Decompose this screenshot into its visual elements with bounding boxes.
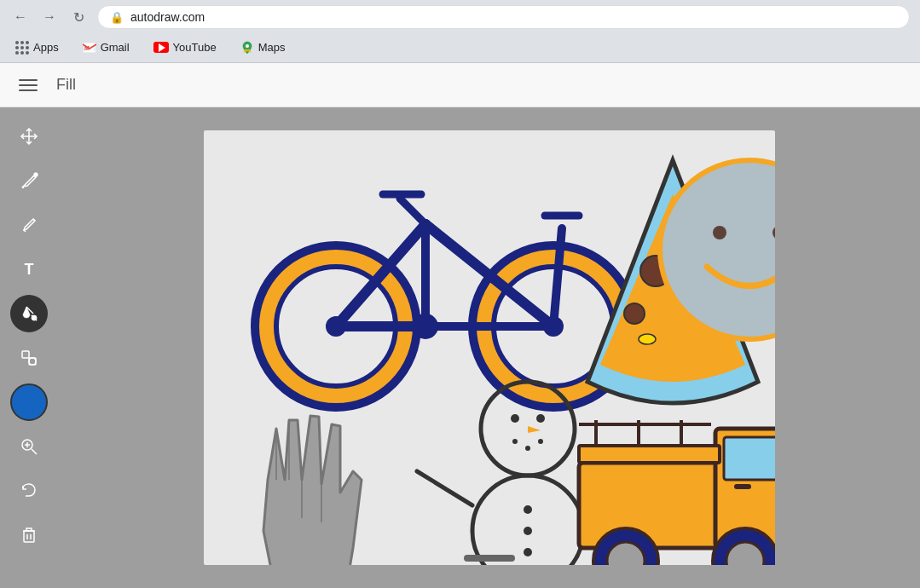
- trash-icon: [20, 526, 38, 545]
- youtube-play-icon: [159, 43, 165, 52]
- svg-point-42: [639, 334, 656, 344]
- toolbar-title: Fill: [56, 76, 76, 94]
- forward-button[interactable]: →: [39, 7, 60, 27]
- sidebar: T: [0, 107, 58, 588]
- maps-label: Maps: [258, 41, 286, 54]
- svg-point-60: [524, 548, 532, 556]
- address-bar[interactable]: 🔒 autodraw.com: [97, 5, 910, 29]
- browser-nav: ← → ↻ 🔒 autodraw.com: [0, 0, 920, 34]
- move-icon: [20, 127, 38, 146]
- svg-point-53: [511, 414, 519, 423]
- bookmark-apps[interactable]: Apps: [10, 39, 64, 56]
- svg-point-7: [34, 173, 38, 176]
- svg-point-54: [536, 414, 545, 423]
- shapes-icon: [20, 349, 38, 367]
- pencil-icon: [20, 216, 38, 234]
- undo-icon: [20, 481, 38, 500]
- truck-illustration: [579, 420, 775, 565]
- move-tool-button[interactable]: [10, 118, 48, 155]
- delete-tool-button[interactable]: [10, 516, 48, 554]
- svg-text:M: M: [84, 45, 90, 51]
- youtube-label: YouTube: [173, 41, 217, 54]
- undo-tool-button[interactable]: [10, 472, 48, 510]
- svg-point-2: [246, 44, 249, 48]
- svg-point-12: [29, 358, 36, 365]
- address-text: autodraw.com: [130, 10, 205, 24]
- svg-rect-75: [734, 484, 751, 489]
- svg-line-8: [33, 219, 35, 221]
- canvas-area[interactable]: [58, 107, 920, 588]
- hand-illustration: [263, 416, 362, 565]
- svg-line-9: [24, 230, 26, 232]
- bicycle-illustration: [255, 194, 634, 407]
- apps-label: Apps: [33, 41, 59, 54]
- bookmark-youtube[interactable]: YouTube: [148, 39, 222, 55]
- text-tool-button[interactable]: T: [10, 251, 48, 288]
- zoom-icon: [20, 437, 38, 456]
- svg-point-36: [413, 314, 438, 339]
- menu-icon: [19, 79, 38, 81]
- menu-icon: [19, 84, 38, 86]
- maps-icon: [240, 41, 254, 55]
- youtube-icon: [153, 42, 169, 53]
- drawing-canvas[interactable]: [204, 130, 775, 565]
- svg-line-61: [417, 471, 472, 505]
- text-tool-icon: T: [25, 261, 34, 279]
- svg-point-59: [524, 527, 532, 535]
- main-layout: T: [0, 107, 920, 588]
- scroll-indicator[interactable]: [464, 555, 515, 562]
- back-button[interactable]: ←: [10, 7, 31, 27]
- menu-icon: [19, 89, 38, 91]
- bookmark-gmail[interactable]: M Gmail: [78, 39, 135, 55]
- bookmark-maps[interactable]: Maps: [235, 39, 291, 56]
- svg-point-44: [713, 226, 726, 239]
- autodraw-icon: [20, 171, 38, 190]
- svg-rect-65: [724, 437, 775, 480]
- svg-point-56: [525, 446, 530, 451]
- browser-chrome: ← → ↻ 🔒 autodraw.com Apps M Gmail: [0, 0, 920, 63]
- svg-rect-11: [22, 351, 29, 358]
- lock-icon: 🔒: [110, 11, 124, 24]
- browser-bookmarks: Apps M Gmail YouTube Map: [0, 34, 920, 63]
- svg-rect-66: [579, 446, 720, 463]
- svg-rect-18: [24, 531, 34, 542]
- svg-line-32: [400, 199, 425, 224]
- autodraw-tool-button[interactable]: [10, 162, 48, 199]
- svg-point-58: [524, 505, 532, 514]
- shapes-tool-button[interactable]: [10, 339, 48, 377]
- refresh-button[interactable]: ↻: [68, 7, 89, 27]
- fill-icon: [20, 304, 38, 323]
- menu-button[interactable]: [14, 74, 43, 96]
- app-toolbar: Fill: [0, 63, 920, 107]
- svg-point-55: [512, 439, 518, 444]
- svg-point-39: [624, 303, 645, 324]
- gmail-label: Gmail: [101, 41, 130, 54]
- fill-tool-button[interactable]: [10, 295, 48, 332]
- draw-tool-button[interactable]: [10, 206, 48, 244]
- canvas-svg: [204, 130, 775, 565]
- color-swatch-button[interactable]: [10, 383, 48, 421]
- svg-point-57: [538, 439, 543, 444]
- zoom-tool-button[interactable]: [10, 428, 48, 465]
- apps-grid-icon: [15, 41, 29, 55]
- svg-line-15: [32, 449, 37, 454]
- gmail-icon: M: [83, 43, 96, 53]
